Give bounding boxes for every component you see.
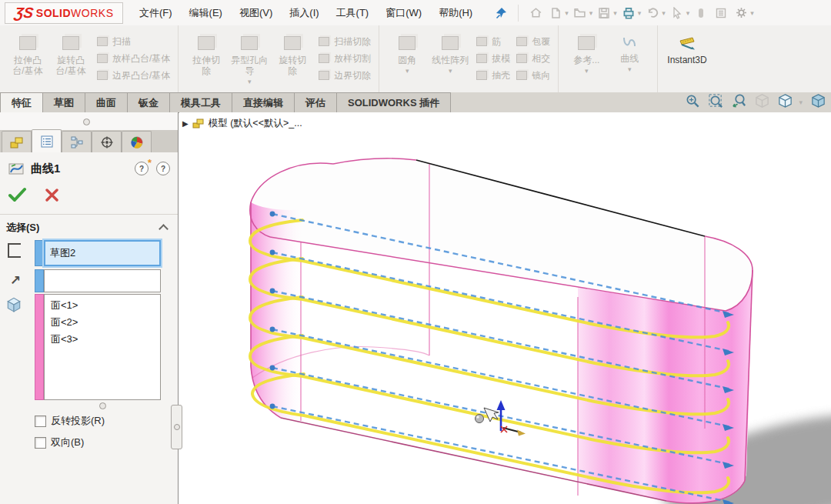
menu-tools[interactable]: 工具(T)	[328, 1, 378, 25]
face-list-item[interactable]: 面<2>	[45, 314, 160, 331]
mirror-button[interactable]: 镜向	[516, 67, 550, 84]
lofted-boss-button[interactable]: 放样凸台/基体	[97, 50, 170, 67]
panel-splitter-handle[interactable]	[171, 405, 182, 449]
properties-icon[interactable]	[712, 4, 730, 22]
instant3d-button[interactable]: Instant3D	[664, 28, 709, 67]
feature-manager-tab[interactable]	[2, 131, 32, 152]
display-style-icon[interactable]	[810, 93, 826, 112]
new-document-caret-icon[interactable]: ▾	[565, 9, 569, 17]
print-caret-icon[interactable]: ▾	[638, 9, 642, 17]
fillet-button[interactable]: 圆角 ▾	[385, 28, 429, 76]
print-icon[interactable]	[619, 4, 638, 22]
dimxpert-manager-tab[interactable]	[92, 131, 122, 152]
options-gear-icon[interactable]	[732, 4, 750, 22]
boundary-boss-button[interactable]: 边界凸台/基体	[97, 67, 170, 84]
new-document-icon[interactable]	[546, 4, 565, 22]
select-cursor-icon[interactable]	[668, 4, 686, 22]
bidirectional-checkbox[interactable]: 双向(B)	[35, 436, 84, 449]
toggle-visibility-icon[interactable]	[692, 4, 710, 22]
pin-menu-icon[interactable]	[492, 4, 510, 22]
reference-caret-icon[interactable]: ▾	[585, 67, 589, 75]
model-canvas[interactable]	[179, 112, 831, 504]
direction-selection-box[interactable]	[44, 269, 161, 292]
tab-direct-editing[interactable]: 直接编辑	[232, 92, 295, 112]
cancel-button[interactable]	[45, 188, 59, 205]
menu-file[interactable]: 文件(F)	[131, 1, 181, 25]
lofted-cut-button[interactable]: 放样切割	[319, 50, 371, 67]
ok-button[interactable]	[8, 186, 28, 206]
swept-cut-button[interactable]: 扫描切除	[319, 33, 371, 50]
curves-caret-icon[interactable]: ▾	[628, 65, 632, 73]
tab-surfaces[interactable]: 曲面	[85, 92, 128, 112]
face-list-item[interactable]: 面<1>	[45, 297, 160, 314]
open-caret-icon[interactable]: ▾	[589, 9, 593, 17]
panel-resize-handle[interactable]	[83, 118, 90, 125]
flyout-arrow-icon[interactable]: ▶	[182, 119, 189, 128]
reverse-projection-checkbox[interactable]: 反转投影(R)	[35, 414, 105, 428]
wrap-button[interactable]: 包覆	[516, 33, 550, 50]
swept-boss-button[interactable]: 扫描	[97, 33, 170, 50]
save-caret-icon[interactable]: ▾	[613, 9, 617, 17]
help-icon[interactable]: ?	[156, 162, 170, 175]
tab-evaluate[interactable]: 评估	[295, 92, 337, 112]
feature-tree-flyout[interactable]: ▶ 模型 (默认<<默认>_...	[182, 117, 302, 130]
sketch-selection-input[interactable]	[44, 240, 161, 266]
tab-sheet-metal[interactable]: 钣金	[128, 92, 170, 112]
faces-selection-list[interactable]: 面<1> 面<2> 面<3>	[44, 294, 161, 400]
boundary-cut-button[interactable]: 边界切除	[319, 67, 371, 84]
revolved-boss-button[interactable]: 旋转凸台/基体	[49, 28, 92, 78]
linear-pattern-caret-icon[interactable]: ▾	[449, 67, 452, 75]
hole-wizard-button[interactable]: 异型孔向导 ▾	[228, 28, 271, 87]
tab-features[interactable]: 特征	[0, 92, 43, 112]
intersect-button[interactable]: 相交	[516, 50, 550, 67]
menu-insert[interactable]: 插入(I)	[281, 1, 327, 25]
display-manager-tab[interactable]	[122, 131, 152, 152]
rib-button[interactable]: 筋	[476, 33, 510, 50]
property-manager-tab[interactable]	[32, 129, 62, 152]
projected-curve-icon	[8, 160, 25, 177]
tree-item-label[interactable]: 模型 (默认<<默认>_...	[209, 117, 302, 130]
list-resize-handle[interactable]	[99, 402, 106, 409]
mirror-icon	[516, 71, 527, 80]
draft-button[interactable]: 拔模	[476, 50, 510, 67]
extruded-boss-button[interactable]: 拉伸凸台/基体	[6, 28, 49, 78]
menu-edit[interactable]: 编辑(E)	[181, 1, 231, 25]
tab-mold-tools[interactable]: 模具工具	[170, 92, 232, 112]
checkbox-box[interactable]	[35, 437, 46, 449]
face-list-item[interactable]: 面<3>	[45, 331, 160, 348]
zoom-to-fit-icon[interactable]	[685, 93, 701, 112]
extruded-cut-button[interactable]: 拉伸切除	[185, 28, 228, 78]
curves-button[interactable]: 曲线 ▾	[608, 28, 651, 75]
menu-view[interactable]: 视图(V)	[231, 1, 281, 25]
select-caret-icon[interactable]: ▾	[686, 9, 690, 17]
fillet-caret-icon[interactable]: ▾	[405, 67, 409, 75]
shell-button[interactable]: 抽壳	[476, 67, 510, 84]
whats-new-help-icon[interactable]: ?*	[135, 162, 149, 175]
undo-caret-icon[interactable]: ▾	[662, 9, 666, 17]
question-glyph: ?	[139, 165, 144, 173]
configuration-manager-tab[interactable]	[62, 131, 92, 152]
graphics-viewport[interactable]: ▶ 模型 (默认<<默认>_...	[179, 112, 831, 504]
reference-geometry-button[interactable]: 参考... ▾	[565, 28, 608, 76]
view-orientation-icon[interactable]	[777, 93, 793, 112]
menu-window[interactable]: 窗口(W)	[377, 1, 430, 25]
undo-icon[interactable]	[643, 4, 662, 22]
menu-help[interactable]: 帮助(H)	[430, 1, 481, 25]
section-view-icon[interactable]	[754, 93, 770, 112]
tab-sketch[interactable]: 草图	[43, 92, 85, 112]
previous-view-icon[interactable]	[731, 93, 747, 112]
revolved-cut-button[interactable]: 旋转切除	[271, 28, 314, 78]
save-icon[interactable]	[595, 4, 613, 22]
open-icon[interactable]	[571, 4, 589, 22]
options-caret-icon[interactable]: ▾	[750, 9, 754, 17]
linear-pattern-button[interactable]: 线性阵列 ▾	[429, 28, 472, 76]
selection-group-header[interactable]: 选择(S)	[0, 219, 178, 237]
zoom-to-area-icon[interactable]	[708, 93, 724, 112]
tab-solidworks-addins[interactable]: SOLIDWORKS 插件	[337, 92, 451, 112]
home-icon[interactable]	[526, 4, 545, 22]
checkbox-box[interactable]	[35, 416, 46, 427]
hole-wizard-caret-icon[interactable]: ▾	[248, 78, 252, 85]
collapse-chevron-icon[interactable]	[159, 224, 169, 234]
brand-light: WORKS	[71, 7, 113, 19]
view-orientation-caret-icon[interactable]: ▾	[799, 98, 803, 106]
